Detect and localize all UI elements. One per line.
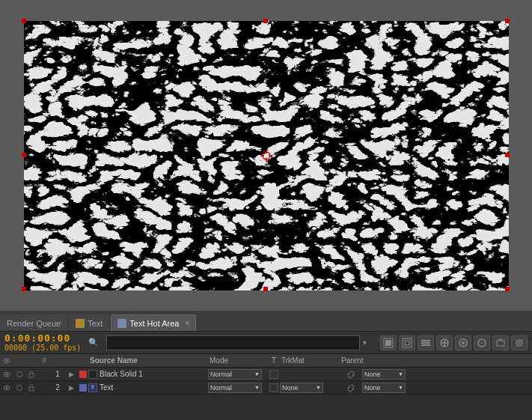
timecode-block: 0:00:00:00 00000 (25.00 fps) [4, 333, 81, 352]
svg-point-21 [462, 341, 465, 344]
handle-top-mid[interactable] [263, 19, 269, 25]
layer-2-trkmat-arrow: ▼ [316, 385, 321, 390]
toolbar-btn-4[interactable] [436, 335, 453, 350]
handle-bottom-mid[interactable] [263, 287, 269, 293]
layer-1-parent-value: None [364, 371, 381, 378]
layer-1-mode: Normal ▼ [208, 369, 268, 380]
layer-1-solo[interactable] [13, 371, 25, 377]
handle-bottom-right[interactable] [505, 287, 511, 293]
svg-point-29 [6, 373, 8, 375]
handle-top-left[interactable] [22, 19, 28, 25]
layer-2-expand-icon[interactable]: ▶ [69, 384, 74, 392]
layer-2-parent: None ▼ [362, 383, 422, 393]
svg-rect-33 [29, 387, 34, 391]
col-header-eye [0, 358, 13, 364]
layer-1-parent-arrow: ▼ [398, 371, 403, 377]
layer-2-mode: Normal ▼ [208, 383, 268, 393]
layer-1-mode-value: Normal [210, 371, 232, 378]
layer-2-name: T Text [88, 383, 208, 392]
tab-text[interactable]: Text [69, 314, 109, 331]
column-headers: # Source Name Mode T TrkMat Parent [0, 354, 532, 368]
tab-text-hot-area-label: Text Hot Area [129, 319, 179, 328]
layer-2-chain [340, 383, 362, 392]
svg-rect-11 [385, 340, 391, 346]
toolbar-btn-8[interactable] [511, 335, 528, 350]
col-header-mode: Mode [208, 356, 268, 365]
layer-1-mode-dropdown[interactable]: Normal ▼ [208, 369, 262, 380]
layer-1-lock[interactable] [25, 371, 37, 378]
svg-point-32 [6, 386, 8, 389]
layer-2-parent-dropdown[interactable]: None ▼ [362, 383, 406, 393]
svg-rect-14 [421, 340, 430, 341]
layer-2-expand[interactable]: ▶ [64, 384, 78, 392]
layer-row-2: 2 ▶ T Text Normal ▼ None ▼ [0, 381, 532, 395]
layer-1-t-checkbox[interactable] [269, 370, 278, 379]
svg-point-23 [481, 342, 483, 344]
col-header-t: T [268, 356, 280, 365]
toolbar-btn-7[interactable] [492, 335, 509, 350]
layer-1-parent: None ▼ [362, 369, 422, 380]
layer-2-parent-arrow: ▼ [398, 385, 403, 390]
handle-mid-left[interactable] [22, 153, 28, 159]
timeline-area: 0:00:00:00 00000 (25.00 fps) 🔍 ▼ [0, 332, 532, 420]
search-icon: 🔍 [88, 338, 99, 347]
control-bar: 0:00:00:00 00000 (25.00 fps) 🔍 ▼ [0, 332, 532, 354]
toolbar-btn-3[interactable] [418, 335, 434, 350]
timecode-display[interactable]: 0:00:00:00 [4, 333, 81, 344]
tabs-bar: Render Queue Text Text Hot Area × [0, 311, 532, 332]
tab-text-hot-area-icon [117, 319, 126, 328]
toolbar-btn-6[interactable] [474, 335, 490, 350]
layer-2-solo[interactable] [13, 385, 25, 391]
col-header-parent: Parent [340, 356, 429, 365]
fps-display: 00000 (25.00 fps) [4, 344, 81, 352]
layer-row-1: 1 ▶ Black Solid 1 Normal ▼ None [0, 368, 532, 381]
layer-1-eye[interactable] [0, 371, 13, 377]
svg-rect-16 [421, 344, 430, 346]
layer-2-t [268, 383, 280, 392]
tab-text-label: Text [88, 319, 103, 328]
handle-bottom-left[interactable] [22, 287, 28, 293]
layer-2-name-label: Text [100, 383, 113, 392]
svg-rect-24 [497, 341, 504, 346]
layer-1-t [268, 370, 280, 379]
col-header-source-name: Source Name [88, 356, 208, 365]
layer-2-eye[interactable] [0, 385, 13, 391]
layer-1-icon [88, 370, 97, 379]
layer-1-parent-dropdown[interactable]: None ▼ [362, 369, 406, 380]
toolbar-btn-5[interactable] [455, 335, 471, 350]
svg-rect-30 [29, 374, 34, 377]
toolbar-icons [380, 335, 528, 350]
layer-2-trkmat-value: None [282, 384, 299, 392]
tab-render-queue[interactable]: Render Queue [0, 314, 67, 331]
handle-mid-right[interactable] [505, 153, 511, 159]
col-header-hash: # [37, 356, 51, 365]
toolbar-btn-2[interactable] [399, 335, 415, 350]
toolbar-btn-1[interactable] [380, 335, 397, 350]
layer-2-mode-dropdown[interactable]: Normal ▼ [208, 383, 262, 393]
layer-1-expand-icon[interactable]: ▶ [69, 371, 74, 378]
viewer-area [0, 0, 532, 311]
tab-text-icon [76, 319, 85, 328]
layer-2-trkmat: None ▼ [280, 383, 340, 393]
handle-top-right[interactable] [505, 19, 511, 25]
layer-2-lock[interactable] [25, 384, 37, 392]
layer-1-name: Black Solid 1 [88, 370, 208, 379]
canvas-frame [24, 21, 509, 290]
layer-2-t-checkbox[interactable] [269, 383, 278, 392]
tab-render-queue-label: Render Queue [7, 319, 61, 328]
layer-2-mode-value: Normal [210, 384, 232, 392]
layer-2-icon: T [88, 383, 97, 392]
tab-text-hot-area[interactable]: Text Hot Area × [111, 314, 196, 331]
layer-2-color-swatch [78, 384, 88, 392]
svg-rect-13 [405, 341, 409, 345]
search-input[interactable] [106, 335, 360, 350]
layer-1-mode-arrow: ▼ [254, 371, 260, 377]
search-dropdown-icon[interactable]: ▼ [361, 339, 368, 347]
layer-1-name-label: Black Solid 1 [100, 370, 143, 378]
search-container: 🔍 ▼ [88, 335, 368, 350]
layer-1-expand[interactable]: ▶ [64, 371, 78, 378]
tab-text-hot-area-close[interactable]: × [185, 319, 189, 327]
layer-2-mode-arrow: ▼ [254, 385, 260, 390]
layer-2-parent-value: None [364, 384, 381, 392]
layer-2-trkmat-dropdown[interactable]: None ▼ [280, 383, 323, 393]
